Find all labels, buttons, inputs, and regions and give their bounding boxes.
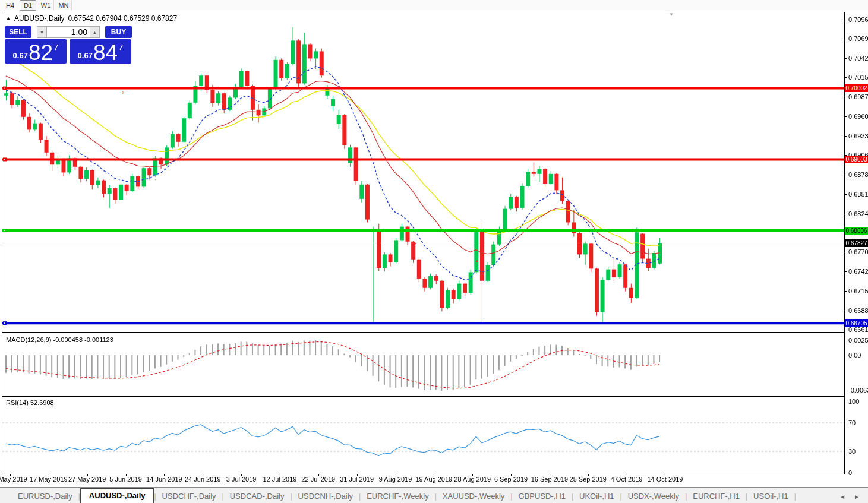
chart-tab-eurchf-weekly[interactable]: EURCHF-,Weekly [361, 489, 435, 503]
price-tick-mark [844, 97, 847, 97]
price-tick-label: 0.67425 [848, 268, 868, 276]
price-tick-mark [844, 194, 847, 195]
chart-shift-marker-icon[interactable]: ▼ [669, 12, 674, 17]
sell-button[interactable]: SELL [5, 26, 31, 38]
chart-title-ohlc: 0.67542 0.67904 0.67529 0.67827 [68, 14, 178, 23]
tab-scroll-right-icon[interactable]: ► [854, 493, 860, 500]
timeframe-button-w1[interactable]: W1 [37, 0, 54, 11]
macd-label: MACD(12,26,9) -0.000458 -0.001123 [6, 336, 113, 343]
chevron-up-icon: ▲ [93, 30, 97, 34]
chart-tab-bar: EURUSD-,Daily|AUDUSD-,Daily|USDCHF-,Dail… [0, 487, 868, 503]
price-tick-label: 0.68515 [848, 191, 868, 198]
price-tick-mark [844, 291, 847, 292]
volume-increase-button[interactable]: ▲ [90, 26, 100, 38]
sell-price-big-digits: 82 [29, 42, 53, 64]
chevron-down-icon: ▼ [40, 30, 44, 34]
price-line-badge: 0.66705 [845, 319, 868, 327]
chart-tab-xauusd-weekly[interactable]: XAUUSD-,Weekly [437, 489, 511, 503]
price-line-badge: 0.67827 [845, 239, 868, 247]
price-tick-label: 0.67700 [848, 248, 868, 256]
price-tick-label: 0.68785 [848, 171, 868, 179]
price-tick-mark [844, 58, 847, 59]
sell-price-pip-digit: 7 [53, 42, 58, 52]
price-tick-mark [844, 330, 847, 330]
price-tick-mark [844, 252, 847, 252]
chart-tab-usdcnh-daily[interactable]: USDCNH-,Daily [292, 489, 359, 503]
collapse-triangle-icon[interactable]: ▲ [6, 15, 11, 21]
chart-tab-eurusd-daily[interactable]: EURUSD-,Daily [12, 489, 78, 503]
price-tick-label: 0.69330 [848, 132, 868, 140]
chart-title-symbol: AUDUSD-,Daily [14, 14, 65, 23]
price-tick-mark [844, 77, 847, 78]
buy-price-pip-digit: 7 [118, 42, 123, 52]
macd-rsi-separator[interactable] [2, 396, 845, 397]
price-tick-label: 0.70150 [848, 74, 868, 81]
chart-tab-eurchf-h1[interactable]: EURCHF-,H1 [687, 489, 746, 503]
sell-price-prefix: 0.67 [13, 51, 28, 60]
macd-axis-label: -0.006326 [848, 387, 868, 394]
rsi-indicator-canvas[interactable] [2, 397, 844, 473]
sell-price-tile[interactable]: 0.67 82 7 [5, 39, 67, 64]
buy-price-tile[interactable]: 0.67 84 7 [70, 39, 131, 64]
chart-tab-gbpusd-h1[interactable]: GBPUSD-,H1 [512, 489, 571, 503]
rsi-dates-separator [2, 474, 845, 474]
price-tick-label: 0.70420 [848, 55, 868, 62]
timeframe-button-mn[interactable]: MN [55, 0, 72, 11]
chart-tab-ukoil-h1[interactable]: UKOil-,H1 [573, 489, 620, 503]
rsi-axis-label: 70 [848, 419, 856, 427]
buy-button[interactable]: BUY [105, 26, 132, 38]
price-tick-label: 0.69605 [848, 113, 868, 121]
chart-tab-usdx-weekly[interactable]: USDX-,Weekly [622, 489, 685, 503]
price-tick-mark [844, 20, 847, 20]
price-tick-label: 0.70965 [848, 16, 868, 24]
timeframe-button-d1[interactable]: D1 [20, 0, 36, 11]
price-tick-label: 0.69875 [848, 93, 868, 101]
one-click-trading-panel: SELL ▼ ▲ BUY 0.67 82 7 0.67 84 7 [5, 26, 134, 64]
price-tick-mark [844, 116, 847, 117]
chart-tab-usoil-h1[interactable]: USOil-,H1 [747, 489, 794, 503]
price-tick-mark [844, 214, 847, 214]
price-tick-label: 0.66880 [848, 307, 868, 315]
price-tick-mark [844, 136, 847, 137]
tab-scroll-left-icon[interactable]: ◄ [839, 493, 845, 500]
date-tick-label: 14 Oct 2019 [641, 476, 689, 483]
chart-tab-audusd-daily[interactable]: AUDUSD-,Daily [80, 488, 154, 503]
price-line-badge: 0.70002 [845, 84, 868, 92]
rsi-axis-label: 0 [848, 469, 852, 477]
chart-tab-usdchf-daily[interactable]: USDCHF-,Daily [156, 489, 222, 503]
macd-indicator-canvas[interactable] [2, 334, 844, 396]
chart-tab-usdcad-daily[interactable]: USDCAD-,Daily [224, 489, 291, 503]
timeframe-toolbar: H4D1W1MN [0, 0, 868, 11]
price-line-badge: 0.69003 [845, 156, 868, 163]
macd-axis-label: 0.002574 [848, 337, 868, 344]
price-line-badge: 0.68006 [845, 227, 868, 235]
rsi-axis-label: 100 [848, 398, 859, 406]
price-tick-label: 0.66610 [848, 326, 868, 334]
volume-decrease-button[interactable]: ▼ [37, 26, 47, 38]
volume-input[interactable] [47, 26, 90, 38]
rsi-label: RSI(14) 52.6908 [6, 399, 54, 406]
price-tick-mark [844, 39, 847, 39]
price-tick-label: 0.68240 [848, 210, 868, 218]
buy-price-prefix: 0.67 [78, 51, 93, 60]
price-tick-mark [844, 271, 847, 272]
chart-title: ▲ AUDUSD-,Daily 0.67542 0.67904 0.67529 … [6, 14, 177, 23]
rsi-axis-label: 30 [848, 448, 856, 455]
price-tick-label: 0.70695 [848, 35, 868, 43]
price-tick-label: 0.67155 [848, 287, 868, 295]
tab-separator: | [794, 492, 796, 503]
macd-axis-label: 0.00 [848, 352, 861, 359]
timeframe-button-h4[interactable]: H4 [2, 0, 18, 11]
price-tick-mark [844, 175, 847, 175]
buy-price-big-digits: 84 [93, 42, 118, 64]
price-tick-mark [844, 311, 847, 311]
